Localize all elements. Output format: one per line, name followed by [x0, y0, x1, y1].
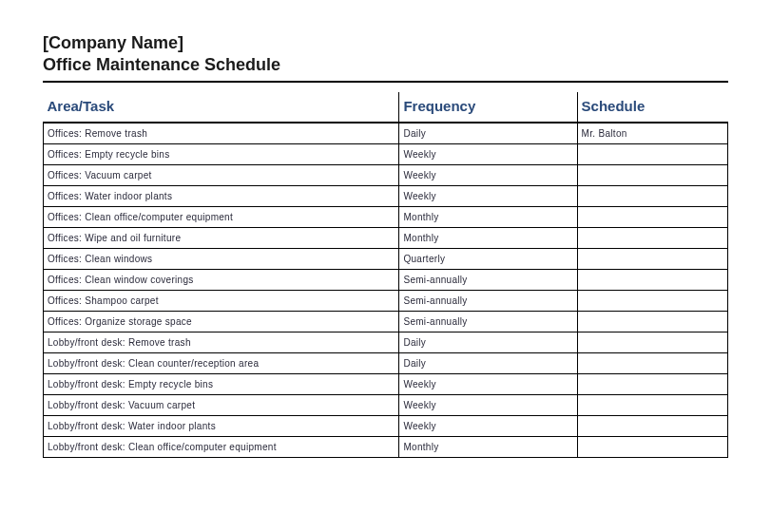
- cell-area: Lobby/front desk: Empty recycle bins: [44, 374, 399, 395]
- cell-area: Offices: Clean windows: [44, 249, 399, 270]
- cell-area: Offices: Wipe and oil furniture: [44, 228, 399, 249]
- cell-area: Offices: Organize storage space: [44, 312, 399, 332]
- table-row: Offices: Vacuum carpetWeekly: [44, 165, 728, 186]
- table-row: Offices: Shampoo carpetSemi-annually: [44, 291, 728, 312]
- col-header-area: Area/Task: [44, 92, 399, 123]
- cell-schedule: [577, 353, 727, 374]
- table-row: Lobby/front desk: Clean counter/receptio…: [44, 353, 728, 374]
- cell-area: Offices: Empty recycle bins: [44, 144, 399, 165]
- cell-schedule: [577, 186, 727, 207]
- cell-frequency: Semi-annually: [399, 312, 577, 332]
- table-row: Lobby/front desk: Vacuum carpetWeekly: [44, 395, 728, 416]
- cell-frequency: Monthly: [399, 207, 577, 228]
- cell-area: Offices: Vacuum carpet: [44, 165, 399, 186]
- cell-area: Offices: Remove trash: [44, 123, 399, 144]
- cell-area: Offices: Water indoor plants: [44, 186, 399, 207]
- cell-frequency: Weekly: [399, 416, 577, 437]
- cell-frequency: Semi-annually: [399, 270, 577, 291]
- table-row: Offices: Organize storage spaceSemi-annu…: [44, 312, 728, 332]
- cell-schedule: [577, 165, 727, 186]
- table-row: Offices: Empty recycle binsWeekly: [44, 144, 728, 165]
- cell-schedule: [577, 291, 727, 312]
- cell-area: Lobby/front desk: Clean counter/receptio…: [44, 353, 399, 374]
- table-row: Lobby/front desk: Remove trashDaily: [44, 332, 728, 353]
- cell-frequency: Weekly: [399, 186, 577, 207]
- cell-area: Offices: Clean office/computer equipment: [44, 207, 399, 228]
- table-row: Lobby/front desk: Empty recycle binsWeek…: [44, 374, 728, 395]
- cell-schedule: [577, 270, 727, 291]
- cell-schedule: [577, 332, 727, 353]
- cell-frequency: Weekly: [399, 395, 577, 416]
- cell-schedule: [577, 312, 727, 332]
- cell-schedule: [577, 207, 727, 228]
- cell-schedule: [577, 437, 727, 458]
- table-row: Offices: Clean office/computer equipment…: [44, 207, 728, 228]
- company-name: [Company Name]: [43, 33, 728, 53]
- cell-area: Lobby/front desk: Remove trash: [44, 332, 399, 353]
- cell-schedule: [577, 395, 727, 416]
- table-row: Offices: Remove trashDailyMr. Balton: [44, 123, 728, 144]
- cell-frequency: Monthly: [399, 228, 577, 249]
- title-divider: [43, 81, 728, 83]
- cell-frequency: Weekly: [399, 165, 577, 186]
- cell-schedule: [577, 374, 727, 395]
- cell-area: Offices: Shampoo carpet: [44, 291, 399, 312]
- table-row: Lobby/front desk: Clean office/computer …: [44, 437, 728, 458]
- cell-frequency: Daily: [399, 353, 577, 374]
- cell-schedule: [577, 228, 727, 249]
- table-header-row: Area/Task Frequency Schedule: [44, 92, 728, 123]
- document-title: Office Maintenance Schedule: [43, 55, 728, 75]
- cell-frequency: Monthly: [399, 437, 577, 458]
- cell-area: Lobby/front desk: Clean office/computer …: [44, 437, 399, 458]
- cell-frequency: Semi-annually: [399, 291, 577, 312]
- table-row: Offices: Water indoor plantsWeekly: [44, 186, 728, 207]
- cell-frequency: Weekly: [399, 374, 577, 395]
- cell-frequency: Daily: [399, 123, 577, 144]
- cell-schedule: [577, 144, 727, 165]
- cell-area: Lobby/front desk: Vacuum carpet: [44, 395, 399, 416]
- table-row: Offices: Clean window coveringsSemi-annu…: [44, 270, 728, 291]
- cell-frequency: Quarterly: [399, 249, 577, 270]
- cell-schedule: [577, 416, 727, 437]
- table-row: Offices: Wipe and oil furnitureMonthly: [44, 228, 728, 249]
- cell-frequency: Weekly: [399, 144, 577, 165]
- maintenance-table: Area/Task Frequency Schedule Offices: Re…: [43, 92, 728, 458]
- col-header-schedule: Schedule: [577, 92, 727, 123]
- cell-area: Offices: Clean window coverings: [44, 270, 399, 291]
- cell-schedule: [577, 249, 727, 270]
- col-header-frequency: Frequency: [399, 92, 577, 123]
- cell-frequency: Daily: [399, 332, 577, 353]
- table-row: Lobby/front desk: Water indoor plantsWee…: [44, 416, 728, 437]
- cell-schedule: Mr. Balton: [577, 123, 727, 144]
- table-row: Offices: Clean windowsQuarterly: [44, 249, 728, 270]
- cell-area: Lobby/front desk: Water indoor plants: [44, 416, 399, 437]
